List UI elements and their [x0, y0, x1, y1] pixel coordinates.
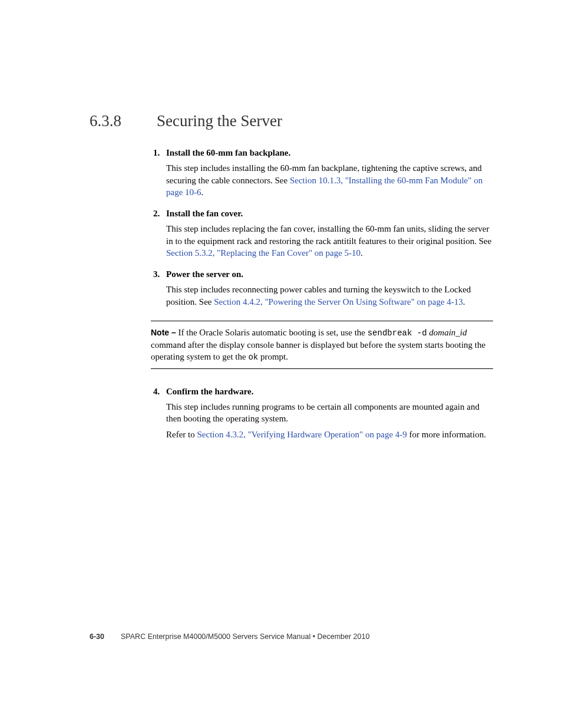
page-number: 6-30	[90, 633, 104, 641]
cross-ref-link[interactable]: Section 5.3.2, "Replacing the Fan Cover"…	[166, 248, 361, 258]
step-body: Refer to Section 4.3.2, "Verifying Hardw…	[166, 429, 493, 440]
step-4: Confirm the hardware. This step includes…	[153, 386, 493, 440]
step-title: Install the fan cover.	[166, 207, 493, 219]
step-text-post: for more information.	[407, 430, 486, 439]
footer-text: SPARC Enterprise M4000/M5000 Servers Ser…	[121, 633, 369, 641]
step-body: This step includes running programs to b…	[166, 401, 493, 425]
step-2: Install the fan cover. This step include…	[153, 207, 493, 259]
step-1: Install the 60-mm fan backplane. This st…	[153, 147, 493, 198]
step-text-pre: This step includes replacing the fan cov…	[166, 224, 491, 245]
note-text-mid2: command after the display console banner…	[151, 340, 485, 361]
note-text-post: prompt.	[258, 352, 288, 361]
section-heading: 6.3.8 Securing the Server	[90, 112, 493, 130]
step-list: Install the 60-mm fan backplane. This st…	[153, 147, 493, 308]
step-title: Confirm the hardware.	[166, 386, 493, 397]
note-label: Note –	[151, 328, 176, 337]
step-title: Power the server on.	[166, 268, 493, 280]
page-footer: 6-30SPARC Enterprise M4000/M5000 Servers…	[90, 633, 369, 641]
step-text-pre: Refer to	[166, 430, 197, 439]
section-title: Securing the Server	[157, 112, 282, 130]
step-text-post: .	[361, 248, 363, 258]
step-title: Install the 60-mm fan backplane.	[166, 147, 493, 159]
step-3: Power the server on. This step includes …	[153, 268, 493, 308]
cross-ref-link[interactable]: Section 4.3.2, "Verifying Hardware Opera…	[197, 430, 406, 439]
step-body: This step includes installing the 60-mm …	[166, 162, 493, 198]
cross-ref-link[interactable]: Section 4.4.2, "Powering the Server On U…	[214, 297, 463, 307]
code-sendbreak: sendbreak -d	[368, 328, 427, 338]
step-list-continued: Confirm the hardware. This step includes…	[153, 386, 493, 440]
step-body: This step includes replacing the fan cov…	[166, 223, 493, 259]
step-text-post: .	[201, 187, 204, 197]
content-area: Install the 60-mm fan backplane. This st…	[153, 147, 493, 440]
step-body: This step includes reconnecting power ca…	[166, 284, 493, 308]
step-text-post: .	[463, 297, 465, 307]
note-italic: domain_id	[429, 328, 467, 337]
section-number: 6.3.8	[90, 112, 153, 130]
page-body: 6.3.8 Securing the Server Install the 60…	[0, 0, 562, 440]
code-ok: ok	[248, 353, 258, 362]
note-text-pre: If the Oracle Solaris automatic booting …	[176, 328, 368, 337]
note-box: Note – If the Oracle Solaris automatic b…	[151, 321, 493, 369]
